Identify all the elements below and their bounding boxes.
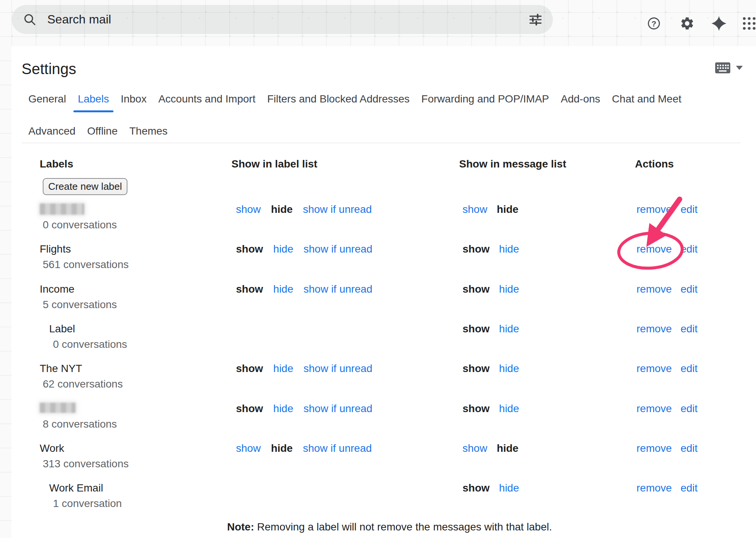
label-list-show-if-unread-link[interactable]: show if unread bbox=[304, 363, 373, 375]
message-list-options: showhide bbox=[463, 323, 519, 335]
conversation-count: 62 conversations bbox=[43, 378, 123, 390]
edit-link[interactable]: edit bbox=[680, 203, 697, 216]
settings-tabs-row1: GeneralLabelsInboxAccounts and ImportFil… bbox=[23, 93, 687, 112]
actions: removeedit bbox=[636, 403, 698, 415]
message-list-show-link[interactable]: show bbox=[463, 203, 487, 216]
label-list-show-if-unread-link[interactable]: show if unread bbox=[303, 203, 372, 216]
edit-link[interactable]: edit bbox=[680, 243, 697, 255]
redacted-label-blur bbox=[40, 203, 84, 215]
label-list-show-if-unread-link[interactable]: show if unread bbox=[304, 403, 373, 415]
label-row-redacted-5: 8 conversationsshowhideshow if unreadsho… bbox=[0, 403, 756, 442]
label-row-income: Income5 conversationsshowhideshow if unr… bbox=[0, 283, 756, 323]
tune-icon[interactable] bbox=[528, 12, 543, 27]
note-prefix: Note: bbox=[227, 521, 254, 533]
tab-filters-and-blocked-addresses[interactable]: Filters and Blocked Addresses bbox=[262, 93, 415, 112]
message-list-show-selected: show bbox=[463, 283, 490, 295]
message-list-hide-link[interactable]: hide bbox=[499, 482, 519, 494]
label-list-options: showhideshow if unread bbox=[236, 203, 372, 216]
label-list-show-selected: show bbox=[236, 243, 263, 255]
tab-forwarding-and-pop-imap[interactable]: Forwarding and POP/IMAP bbox=[416, 93, 554, 112]
remove-link[interactable]: remove bbox=[636, 482, 672, 494]
svg-text:?: ? bbox=[652, 19, 657, 28]
label-list-show-if-unread-link[interactable]: show if unread bbox=[304, 243, 373, 255]
edit-link[interactable]: edit bbox=[680, 403, 697, 415]
message-list-options: showhide bbox=[463, 403, 519, 415]
column-header-actions: Actions bbox=[635, 158, 674, 171]
conversation-count: 313 conversations bbox=[43, 458, 129, 470]
create-new-label-button[interactable]: Create new label bbox=[43, 178, 127, 195]
tab-themes[interactable]: Themes bbox=[124, 125, 173, 144]
tab-add-ons[interactable]: Add-ons bbox=[556, 93, 605, 112]
keyboard-dropdown-arrow[interactable] bbox=[736, 66, 743, 70]
redacted-label-blur bbox=[40, 403, 76, 413]
column-header-show-in-message-list: Show in message list bbox=[459, 158, 566, 171]
remove-link[interactable]: remove bbox=[636, 442, 672, 454]
remove-link[interactable]: remove bbox=[636, 323, 672, 335]
remove-link[interactable]: remove bbox=[636, 283, 672, 295]
label-list-show-link[interactable]: show bbox=[236, 442, 261, 454]
label-list-show-if-unread-link[interactable]: show if unread bbox=[303, 442, 372, 454]
label-list-hide-link[interactable]: hide bbox=[273, 283, 293, 295]
column-header-show-in-label-list: Show in label list bbox=[231, 158, 317, 171]
column-header-labels: Labels bbox=[40, 158, 73, 171]
remove-link[interactable]: remove bbox=[636, 403, 672, 415]
label-list-hide-selected: hide bbox=[271, 442, 293, 454]
message-list-hide-link[interactable]: hide bbox=[499, 363, 519, 375]
label-list-show-if-unread-link[interactable]: show if unread bbox=[304, 283, 373, 295]
label-row-the-nyt: The NYT62 conversationsshowhideshow if u… bbox=[0, 363, 756, 402]
remove-link[interactable]: remove bbox=[636, 243, 672, 255]
message-list-options: showhide bbox=[463, 243, 519, 255]
label-name: The NYT bbox=[40, 363, 82, 375]
tab-inbox[interactable]: Inbox bbox=[115, 93, 152, 112]
search-bar[interactable]: Search mail bbox=[12, 5, 553, 34]
actions: removeedit bbox=[636, 482, 698, 494]
page-title: Settings bbox=[22, 60, 76, 78]
label-name: Flights bbox=[40, 243, 71, 255]
tab-general[interactable]: General bbox=[23, 93, 71, 112]
edit-link[interactable]: edit bbox=[680, 323, 697, 335]
label-list-show-link[interactable]: show bbox=[236, 203, 261, 216]
message-list-show-link[interactable]: show bbox=[463, 442, 487, 454]
conversation-count: 561 conversations bbox=[43, 259, 129, 271]
label-list-hide-selected: hide bbox=[271, 203, 293, 216]
message-list-options: showhide bbox=[463, 442, 518, 454]
edit-link[interactable]: edit bbox=[680, 442, 697, 454]
tab-chat-and-meet[interactable]: Chat and Meet bbox=[607, 93, 687, 112]
edit-link[interactable]: edit bbox=[680, 482, 697, 494]
gemini-sparkle-icon[interactable] bbox=[711, 15, 727, 32]
settings-gear-icon[interactable] bbox=[679, 15, 695, 32]
label-row-work-email: Work Email1 conversationshowhideremoveed… bbox=[0, 482, 756, 522]
tab-accounts-and-import[interactable]: Accounts and Import bbox=[153, 93, 261, 112]
label-list-show-selected: show bbox=[236, 363, 263, 375]
label-list-options: showhideshow if unread bbox=[236, 243, 373, 255]
label-name-redacted bbox=[40, 403, 76, 413]
tab-advanced[interactable]: Advanced bbox=[23, 125, 81, 144]
message-list-show-selected: show bbox=[463, 323, 490, 335]
apps-grid-icon[interactable] bbox=[741, 15, 756, 32]
message-list-options: showhide bbox=[463, 283, 519, 295]
message-list-hide-link[interactable]: hide bbox=[499, 283, 519, 295]
edit-link[interactable]: edit bbox=[680, 363, 697, 375]
label-row-redacted-0: 0 conversationsshowhideshow if unreadsho… bbox=[0, 203, 756, 243]
actions: removeedit bbox=[636, 243, 698, 255]
label-list-hide-link[interactable]: hide bbox=[273, 403, 293, 415]
help-icon[interactable]: ? bbox=[646, 15, 662, 32]
tabs-divider bbox=[22, 143, 740, 143]
search-input[interactable]: Search mail bbox=[47, 12, 528, 26]
message-list-hide-link[interactable]: hide bbox=[499, 403, 519, 415]
label-list-hide-link[interactable]: hide bbox=[273, 363, 293, 375]
tab-offline[interactable]: Offline bbox=[82, 125, 123, 144]
label-row-label: Label0 conversationsshowhideremoveedit bbox=[0, 323, 756, 363]
message-list-hide-link[interactable]: hide bbox=[499, 323, 519, 335]
remove-link[interactable]: remove bbox=[636, 363, 672, 375]
label-list-hide-link[interactable]: hide bbox=[273, 243, 293, 255]
keyboard-icon[interactable] bbox=[715, 62, 731, 74]
tab-labels[interactable]: Labels bbox=[73, 93, 115, 112]
message-list-hide-link[interactable]: hide bbox=[499, 243, 519, 255]
label-list-show-selected: show bbox=[236, 283, 263, 295]
label-list-options: showhideshow if unread bbox=[236, 442, 372, 454]
search-icon bbox=[22, 12, 37, 27]
remove-link[interactable]: remove bbox=[636, 203, 672, 216]
edit-link[interactable]: edit bbox=[680, 283, 697, 295]
label-row-flights: Flights561 conversationsshowhideshow if … bbox=[0, 243, 756, 283]
